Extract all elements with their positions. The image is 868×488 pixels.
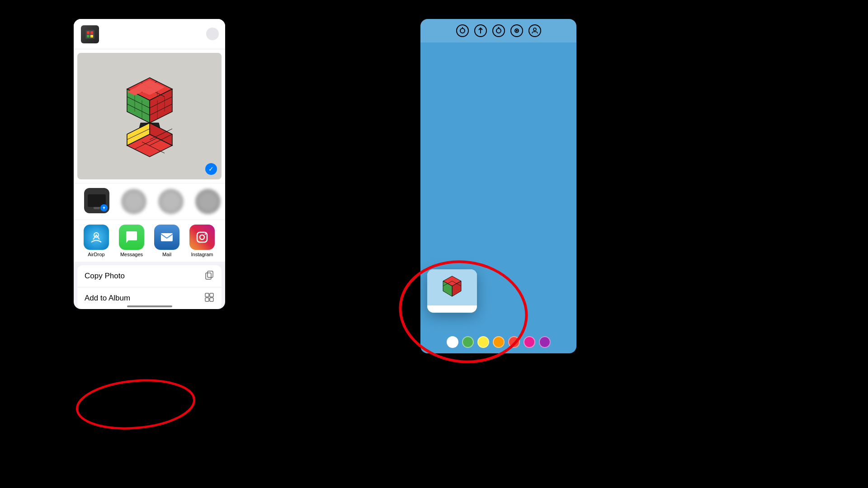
copy-photo-icon — [204, 270, 214, 282]
svg-rect-40 — [161, 233, 173, 241]
airdrop-device-item[interactable] — [81, 188, 113, 215]
color-palette — [420, 336, 576, 348]
svg-rect-47 — [210, 293, 213, 297]
sticker-popup[interactable] — [427, 269, 477, 313]
airdrop-app-icon — [84, 225, 109, 250]
app-label-airdrop: AirDrop — [88, 252, 104, 257]
app-item-messages[interactable]: Messages — [116, 225, 147, 257]
copy-photo-annotation-circle — [70, 375, 197, 434]
share-sheet: ✓ — [74, 19, 225, 309]
svg-rect-44 — [206, 273, 211, 279]
photo-selected-checkmark: ✓ — [205, 163, 217, 175]
markup-toolbar — [420, 19, 576, 42]
contact-item-2[interactable] — [155, 189, 187, 214]
svg-point-57 — [516, 30, 518, 32]
color-yellow[interactable] — [477, 336, 489, 348]
color-white[interactable] — [447, 336, 458, 348]
rubiks-cube-svg — [113, 69, 186, 164]
app-label-mail: Mail — [162, 252, 171, 257]
instagram-app-icon — [189, 225, 215, 250]
svg-rect-3 — [87, 35, 90, 38]
airdrop-row — [74, 183, 225, 220]
close-button[interactable] — [206, 28, 219, 40]
svg-point-58 — [533, 28, 536, 31]
arrow-up-tool-button[interactable] — [474, 24, 487, 37]
svg-point-53 — [496, 28, 501, 33]
svg-rect-2 — [90, 31, 93, 34]
svg-rect-4 — [90, 35, 93, 38]
add-to-album-icon — [204, 292, 214, 305]
app-row: AirDrop Messages Mail — [74, 220, 225, 262]
share-header — [74, 19, 225, 49]
app-item-mail[interactable]: Mail — [151, 225, 182, 257]
app-item-instagram[interactable]: Instagram — [187, 225, 217, 257]
svg-rect-1 — [87, 31, 90, 34]
contact-item-3[interactable] — [192, 189, 224, 214]
color-pink[interactable] — [524, 336, 535, 348]
contact-avatar-2 — [158, 189, 184, 214]
svg-rect-49 — [210, 298, 213, 301]
photo-preview-image: ✓ — [77, 53, 222, 179]
color-green[interactable] — [462, 336, 474, 348]
photo-preview-section: ✓ — [74, 49, 225, 183]
copy-photo-label: Copy Photo — [85, 272, 125, 281]
copy-photo-action[interactable]: Copy Photo — [77, 265, 222, 287]
pen-tool-button[interactable] — [456, 24, 469, 37]
add-to-album-label: Add to Album — [85, 294, 130, 303]
shape-tool-button[interactable] — [510, 24, 523, 37]
svg-rect-46 — [205, 293, 209, 297]
scroll-indicator — [127, 305, 172, 307]
color-orange[interactable] — [493, 336, 505, 348]
contact-avatar-3 — [195, 189, 221, 214]
add-sticker-label[interactable] — [427, 305, 477, 313]
svg-point-42 — [200, 235, 204, 239]
airdrop-badge — [100, 204, 108, 211]
sticker-preview-image — [427, 269, 477, 305]
svg-rect-45 — [208, 271, 213, 277]
markup-tools-group — [456, 24, 541, 37]
sticker-rubiks-icon — [439, 274, 466, 301]
app-label-messages: Messages — [120, 252, 143, 257]
markup-editor — [420, 19, 576, 353]
svg-rect-48 — [205, 298, 209, 301]
messages-app-icon — [119, 225, 144, 250]
color-purple[interactable] — [539, 336, 551, 348]
app-label-instagram: Instagram — [191, 252, 213, 257]
svg-point-50 — [75, 376, 196, 433]
mail-app-icon — [154, 225, 179, 250]
contact-avatar-1 — [121, 189, 146, 214]
person-tool-button[interactable] — [528, 24, 541, 37]
contact-item-1[interactable] — [118, 189, 150, 214]
app-item-airdrop[interactable]: AirDrop — [81, 225, 112, 257]
svg-point-51 — [460, 28, 465, 33]
color-red[interactable] — [508, 336, 520, 348]
selected-photo-thumb — [81, 25, 99, 43]
svg-point-43 — [205, 234, 206, 235]
airdrop-device-icon — [84, 188, 109, 213]
action-list: Copy Photo Add to Album — [77, 265, 222, 309]
highlight-tool-button[interactable] — [492, 24, 505, 37]
